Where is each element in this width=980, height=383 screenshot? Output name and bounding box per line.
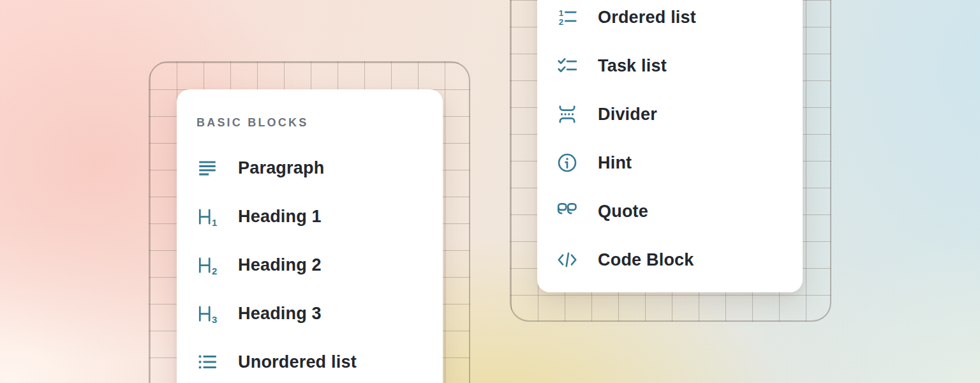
menu-item-label: Code Block	[598, 252, 694, 269]
task-list-icon	[556, 55, 578, 77]
menu-item-label: Heading 2	[238, 257, 322, 274]
menu-item-heading-3[interactable]: 3Heading 3	[197, 289, 443, 338]
heading3-icon: 3	[197, 303, 218, 324]
unordered-list-icon	[197, 351, 218, 373]
divider-icon	[556, 103, 578, 125]
svg-text:3: 3	[212, 315, 217, 324]
panel-header-basic-blocks: BASIC BLOCKS	[197, 115, 443, 130]
menu-item-heading-1[interactable]: 1Heading 1	[197, 192, 443, 241]
menu-item-label: Paragraph	[238, 160, 324, 177]
menu-item-divider[interactable]: Divider	[556, 90, 803, 139]
menu-item-label: Ordered list	[598, 9, 696, 26]
block-menu-more-panel: 12Ordered listTask listDividerHintQuoteC…	[537, 0, 803, 292]
ordered-list-icon: 12	[556, 6, 578, 28]
svg-text:1: 1	[559, 8, 564, 18]
code-block-icon	[556, 249, 578, 271]
paragraph-icon	[197, 157, 218, 179]
menu-item-label: Hint	[598, 154, 632, 172]
svg-text:1: 1	[212, 218, 217, 227]
menu-item-label: Quote	[598, 203, 648, 220]
svg-text:2: 2	[559, 17, 563, 27]
heading1-icon: 1	[197, 206, 218, 227]
block-menu-basic-panel: BASIC BLOCKS Paragraph1Heading 12Heading…	[177, 89, 443, 383]
menu-item-task-list[interactable]: Task list	[556, 41, 803, 90]
menu-item-ordered-list[interactable]: 12Ordered list	[556, 0, 803, 41]
menu-item-label: Unordered list	[238, 354, 357, 371]
menu-list-basic: Paragraph1Heading 12Heading 23Heading 3U…	[197, 144, 443, 383]
gradient-background: BASIC BLOCKS Paragraph1Heading 12Heading…	[0, 0, 980, 383]
svg-text:2: 2	[212, 266, 217, 276]
menu-item-label: Task list	[598, 57, 667, 75]
menu-item-label: Heading 3	[238, 305, 322, 322]
menu-item-hint[interactable]: Hint	[556, 139, 803, 187]
menu-item-quote[interactable]: Quote	[556, 187, 803, 236]
menu-item-label: Divider	[598, 106, 657, 123]
menu-item-unordered-list[interactable]: Unordered list	[197, 338, 443, 383]
menu-item-code-block[interactable]: Code Block	[556, 236, 803, 284]
quote-icon	[556, 200, 578, 222]
menu-item-heading-2[interactable]: 2Heading 2	[197, 241, 443, 289]
heading2-icon: 2	[197, 254, 218, 276]
hint-icon	[556, 152, 578, 174]
menu-list-more: 12Ordered listTask listDividerHintQuoteC…	[556, 0, 803, 284]
menu-item-label: Heading 1	[238, 208, 322, 225]
menu-item-paragraph[interactable]: Paragraph	[197, 144, 443, 192]
